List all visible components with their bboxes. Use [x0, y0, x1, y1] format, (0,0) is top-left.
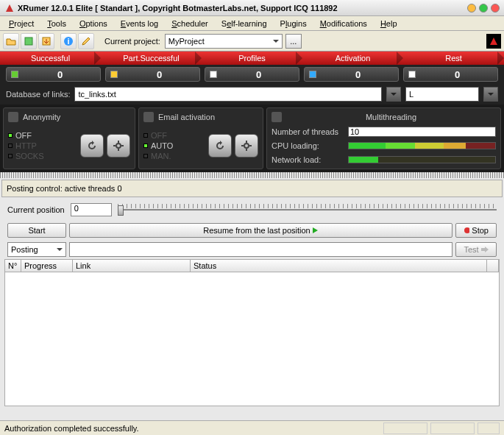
posting-control-bar: Posting control: active threads 0	[1, 180, 503, 197]
mask-icon	[8, 112, 18, 122]
square-icon	[408, 71, 416, 78]
col-status[interactable]: Status	[191, 260, 487, 272]
net-label: Network load:	[271, 155, 345, 164]
col-num[interactable]: N°	[5, 260, 21, 272]
envelope-icon	[143, 112, 154, 122]
resume-button[interactable]: Resume from the last position	[69, 223, 452, 238]
database-mode-dropdown[interactable]	[483, 87, 498, 102]
ribbon-activation: Activation	[302, 52, 403, 65]
anon-settings-button[interactable]	[107, 134, 130, 158]
database-mode-select[interactable]: L	[405, 87, 479, 102]
stop-icon	[464, 227, 469, 234]
anon-refresh-button[interactable]	[80, 134, 104, 158]
toolbar-info-icon[interactable]: i	[60, 33, 77, 49]
email-opt-auto[interactable]: AUTO	[143, 141, 173, 150]
project-browse-button[interactable]: ...	[285, 34, 302, 49]
menu-self-learning[interactable]: Self-learning	[216, 18, 273, 29]
app-icon	[4, 3, 15, 13]
divider	[0, 172, 504, 178]
ribbon-profiles: Profiles	[202, 52, 302, 65]
anon-opt-http[interactable]: HTTP	[8, 141, 44, 150]
chevron-down-icon	[57, 247, 63, 252]
multithreading-panel: Multithreading Number of threads10 CPU l…	[266, 107, 501, 169]
col-link[interactable]: Link	[73, 260, 191, 272]
square-icon	[11, 71, 18, 78]
anon-opt-off[interactable]: OFF	[8, 131, 44, 140]
slider-thumb[interactable]	[118, 205, 124, 216]
position-slider[interactable]	[118, 202, 497, 217]
database-label: Database of links:	[6, 90, 70, 99]
svg-point-9	[244, 144, 249, 148]
counter-part-successful: 0	[105, 67, 200, 82]
close-button[interactable]	[491, 4, 500, 13]
square-icon	[309, 71, 316, 78]
chevron-down-icon	[273, 38, 279, 44]
position-row: Current position 0	[0, 199, 504, 221]
threads-label: Number of threads	[271, 127, 345, 136]
grid-body[interactable]	[4, 272, 500, 406]
counter-successful: 0	[6, 67, 101, 82]
toolbar-export-icon[interactable]	[38, 33, 54, 49]
email-refresh-button[interactable]	[208, 134, 232, 158]
threads-input[interactable]: 10	[348, 127, 496, 137]
menubar: Project Tools Options Events log Schedul…	[0, 16, 504, 31]
anonymity-panel: Anonymity OFF HTTP SOCKS	[3, 107, 135, 169]
net-meter	[348, 156, 496, 163]
toolbar-open-icon[interactable]	[3, 33, 19, 49]
svg-point-14	[464, 227, 469, 233]
start-button[interactable]: Start	[7, 223, 66, 238]
counter-row: 0 0 0 0 0	[0, 65, 504, 84]
test-button[interactable]: Test	[455, 242, 497, 257]
svg-text:i: i	[67, 37, 69, 46]
database-row: Database of links: tc_links.txt L	[0, 84, 504, 105]
toolbar-save-icon[interactable]	[21, 33, 37, 49]
menu-plugins[interactable]: Plugins	[274, 18, 313, 29]
current-project-label: Current project:	[104, 37, 160, 46]
arrow-right-icon	[481, 247, 489, 252]
minimize-button[interactable]	[467, 4, 476, 13]
menu-tools[interactable]: Tools	[41, 18, 72, 29]
titlebar: XRumer 12.0.1 Elite [ Standart ], Copyri…	[0, 0, 504, 16]
menu-events-log[interactable]: Events log	[115, 18, 164, 29]
anonymity-options: OFF HTTP SOCKS	[8, 131, 44, 160]
action-row-1: Start Resume from the last position Stop	[0, 221, 504, 240]
play-icon	[313, 227, 319, 233]
panels-row: Anonymity OFF HTTP SOCKS Email activatio…	[0, 105, 504, 172]
toolbar-run-icon[interactable]	[486, 34, 501, 49]
database-file-dropdown[interactable]	[386, 87, 401, 102]
email-settings-button[interactable]	[235, 134, 258, 158]
menu-help[interactable]: Help	[375, 18, 403, 29]
current-project-select[interactable]: MyProject	[165, 34, 283, 49]
database-file-input[interactable]: tc_links.txt	[74, 87, 382, 102]
email-opt-off[interactable]: OFF	[143, 131, 173, 140]
menu-scheduler[interactable]: Scheduler	[166, 18, 214, 29]
current-position-label: Current position	[7, 205, 65, 214]
maximize-button[interactable]	[479, 4, 488, 13]
svg-point-4	[116, 144, 121, 148]
status-seg-3	[478, 422, 500, 434]
menu-options[interactable]: Options	[74, 18, 113, 29]
counter-profiles: 0	[205, 67, 299, 82]
col-scroll	[487, 260, 499, 272]
mode-text-input[interactable]	[69, 242, 452, 257]
email-options: OFF AUTO MAN.	[143, 131, 173, 160]
anon-opt-socks[interactable]: SOCKS	[8, 152, 44, 160]
ribbon-successful: Successful	[0, 52, 101, 65]
toolbar: i Current project: MyProject ...	[0, 31, 504, 52]
status-seg-1	[383, 422, 427, 434]
posting-control-text: Posting control: active threads 0	[7, 184, 122, 193]
window-controls	[467, 4, 500, 13]
col-progress[interactable]: Progress	[21, 260, 73, 272]
counter-rest: 0	[403, 67, 498, 82]
email-panel: Email activation OFF AUTO MAN.	[138, 107, 263, 169]
svg-rect-0	[25, 38, 32, 45]
menu-project[interactable]: Project	[3, 18, 40, 29]
counter-activation: 0	[304, 67, 399, 82]
toolbar-edit-icon[interactable]	[78, 33, 94, 49]
mode-select[interactable]: Posting	[7, 242, 66, 257]
stop-button[interactable]: Stop	[455, 223, 497, 238]
menu-modifications[interactable]: Modifications	[314, 18, 373, 29]
email-opt-man[interactable]: MAN.	[143, 152, 173, 160]
doc-icon	[271, 112, 282, 122]
current-position-input[interactable]: 0	[71, 203, 112, 216]
